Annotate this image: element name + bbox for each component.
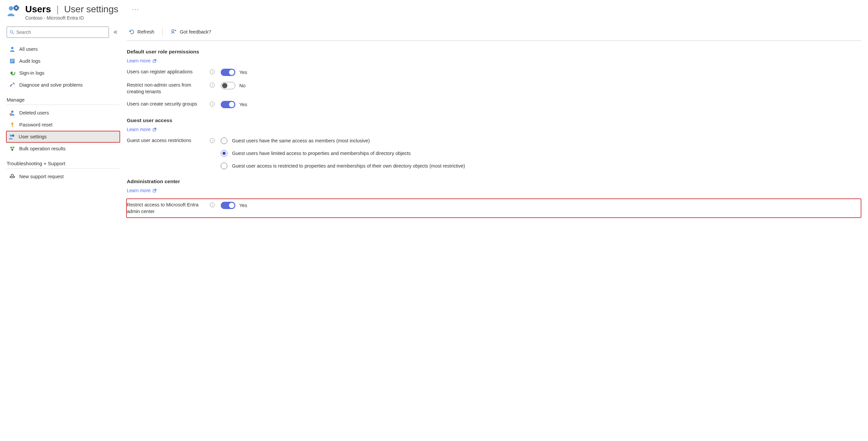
section-default-permissions: Default user role permissions Learn more… [127, 49, 861, 108]
command-bar: Refresh Got feedback? [127, 27, 861, 41]
radio-guest-restrictive[interactable]: Guest user access is restricted to prope… [221, 163, 465, 169]
sidebar: All users Audit logs Sign-in logs Diagno… [7, 27, 120, 227]
refresh-icon [129, 29, 135, 35]
setting-label: Users can register applications [127, 69, 204, 75]
more-actions-button[interactable]: ··· [132, 6, 140, 13]
svg-rect-5 [18, 8, 19, 9]
command-separator [162, 28, 163, 35]
sidebar-item-label: New support request [19, 174, 64, 179]
sidebar-item-label: Diagnose and solve problems [19, 82, 83, 88]
info-icon[interactable]: i [210, 69, 215, 74]
sidebar-item-label: Password reset [19, 122, 53, 127]
radio-icon [221, 163, 227, 169]
search-input-wrapper[interactable] [7, 27, 109, 38]
radio-icon [221, 137, 227, 144]
page-subtitle: Contoso - Microsoft Entra ID [25, 15, 140, 21]
toggle-register-apps[interactable] [221, 69, 235, 76]
key-icon [9, 122, 15, 128]
svg-rect-27 [10, 176, 11, 178]
setting-label: Restrict access to Microsoft Entra admin… [127, 202, 204, 215]
page-title-sub: User settings [64, 4, 118, 14]
sidebar-item-label: User settings [19, 134, 47, 139]
feedback-icon [170, 29, 177, 35]
sidebar-item-diagnose[interactable]: Diagnose and solve problems [7, 79, 120, 91]
learn-more-link[interactable]: Learn more [127, 188, 156, 193]
sidebar-item-label: Deleted users [19, 110, 49, 116]
title-separator: | [55, 4, 60, 14]
page-title-main: Users [25, 4, 51, 14]
section-guest-access: Guest user access Learn more Guest user … [127, 118, 861, 169]
sidebar-item-user-settings[interactable]: User settings [6, 131, 120, 143]
svg-point-25 [11, 149, 13, 151]
feedback-button[interactable]: Got feedback? [168, 27, 213, 36]
external-link-icon [153, 189, 156, 192]
radio-guest-inclusive[interactable]: Guest users have the same access as memb… [221, 137, 465, 144]
toggle-security-groups[interactable] [221, 101, 235, 108]
svg-rect-28 [14, 176, 15, 178]
toggle-restrict-tenants[interactable] [221, 82, 235, 89]
learn-more-link[interactable]: Learn more [127, 127, 156, 132]
svg-rect-11 [11, 60, 14, 60]
svg-rect-20 [12, 126, 13, 126]
radio-guest-limited[interactable]: Guest users have limited access to prope… [221, 150, 465, 157]
feedback-label: Got feedback? [180, 29, 211, 34]
toggle-value: Yes [239, 70, 247, 75]
svg-point-26 [11, 174, 13, 177]
setting-label: Users can create security groups [127, 101, 204, 107]
toggle-restrict-admin-center[interactable] [221, 202, 235, 209]
deleted-user-icon [9, 110, 15, 116]
sidebar-item-password-reset[interactable]: Password reset [7, 119, 120, 131]
search-input[interactable] [16, 30, 106, 35]
sidebar-item-signin-logs[interactable]: Sign-in logs [7, 67, 120, 79]
svg-rect-17 [10, 114, 11, 115]
collapse-sidebar-button[interactable] [112, 28, 120, 36]
svg-point-6 [15, 7, 17, 9]
section-title: Guest user access [127, 118, 861, 123]
sidebar-item-label: Sign-in logs [19, 70, 44, 76]
svg-point-24 [12, 147, 14, 149]
svg-point-22 [12, 134, 14, 137]
tools-icon [9, 82, 15, 88]
sidebar-group-manage: Manage [7, 97, 120, 105]
info-icon[interactable]: i [210, 83, 215, 88]
learn-more-link[interactable]: Learn more [127, 58, 156, 63]
radio-label: Guest users have the same access as memb… [232, 138, 370, 143]
signin-icon [9, 70, 15, 76]
radio-label: Guest users have limited access to prope… [232, 151, 411, 156]
setting-restrict-admin-center: Restrict access to Microsoft Entra admin… [127, 202, 857, 215]
radio-icon [221, 150, 227, 157]
page-header: Users | User settings ··· Contoso - Micr… [7, 4, 861, 21]
toggle-value: Yes [239, 102, 247, 107]
user-gear-icon [9, 134, 14, 140]
section-title: Default user role permissions [127, 49, 861, 55]
refresh-button[interactable]: Refresh [127, 28, 156, 36]
svg-point-29 [172, 30, 174, 32]
info-icon[interactable]: i [210, 138, 215, 143]
svg-line-8 [12, 33, 14, 34]
external-link-icon [153, 59, 156, 63]
sidebar-item-label: Bulk operation results [19, 146, 65, 151]
bulk-icon [9, 146, 15, 152]
sidebar-item-new-support[interactable]: New support request [7, 170, 120, 183]
search-icon [10, 30, 14, 34]
svg-point-23 [10, 147, 12, 149]
sidebar-item-all-users[interactable]: All users [7, 43, 120, 55]
chevron-double-left-icon [113, 30, 118, 34]
setting-guest-restrictions: Guest user access restrictions i Guest u… [127, 137, 861, 169]
svg-rect-2 [16, 5, 17, 6]
svg-rect-19 [12, 124, 12, 127]
svg-rect-13 [11, 62, 13, 62]
sidebar-item-deleted-users[interactable]: Deleted users [7, 107, 120, 119]
sidebar-item-audit-logs[interactable]: Audit logs [7, 55, 120, 67]
svg-point-9 [11, 47, 13, 49]
svg-rect-12 [11, 61, 14, 61]
svg-point-21 [10, 134, 12, 137]
sidebar-item-bulk-results[interactable]: Bulk operation results [7, 143, 120, 155]
highlighted-setting: Restrict access to Microsoft Entra admin… [126, 198, 861, 218]
users-gear-icon [7, 4, 21, 18]
setting-register-apps: Users can register applications i Yes [127, 69, 861, 76]
info-icon[interactable]: i [210, 202, 215, 208]
setting-restrict-tenants: Restrict non-admin users from creating t… [127, 82, 861, 95]
info-icon[interactable]: i [210, 101, 215, 106]
external-link-icon [153, 128, 156, 131]
